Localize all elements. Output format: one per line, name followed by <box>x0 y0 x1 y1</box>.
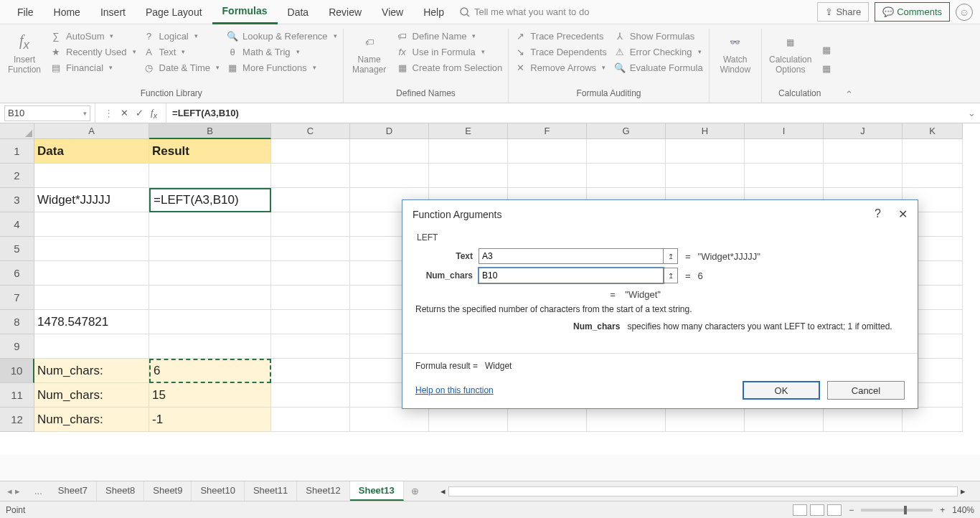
cell-J12[interactable] <box>824 408 903 432</box>
cell-A5[interactable] <box>34 237 149 261</box>
tab-view[interactable]: View <box>372 1 413 24</box>
cell-K1[interactable] <box>903 139 963 164</box>
cell-G1[interactable] <box>587 139 666 164</box>
arg-numchars-input[interactable] <box>479 268 664 283</box>
cell-F1[interactable] <box>508 139 587 164</box>
more-functions-button[interactable]: ▦More Functions▾ <box>227 62 337 73</box>
cell-C8[interactable] <box>271 310 350 334</box>
watch-window-button[interactable]: 👓 Watch Window <box>715 29 755 88</box>
trace-precedents-button[interactable]: ↗Trace Precedents <box>514 30 606 42</box>
cell-E2[interactable] <box>429 164 508 188</box>
dialog-close-button[interactable]: ✕ <box>898 207 908 221</box>
view-page-layout-button[interactable] <box>810 504 824 516</box>
math-button[interactable]: θMath & Trig▾ <box>227 46 337 57</box>
dialog-help-button[interactable]: ? <box>875 207 881 221</box>
formula-input[interactable]: =LEFT(A3,B10) <box>166 108 963 118</box>
define-name-button[interactable]: 🏷Define Name▾ <box>397 30 503 42</box>
cell-G2[interactable] <box>587 164 666 188</box>
cell-F2[interactable] <box>508 164 587 188</box>
cell-B6[interactable] <box>149 261 271 286</box>
cell-A8[interactable]: 1478.547821 <box>34 310 149 334</box>
row-header-8[interactable]: 8 <box>0 310 34 334</box>
row-header-5[interactable]: 5 <box>0 237 34 261</box>
feedback-button[interactable]: ☺ <box>956 4 973 21</box>
evaluate-formula-button[interactable]: 🔍Evaluate Formula <box>614 62 703 73</box>
cell-C12[interactable] <box>271 408 350 432</box>
comments-button[interactable]: 💬Comments <box>875 2 950 22</box>
cell-B10[interactable]: 6 <box>149 359 271 383</box>
sheet-tab-sheet7[interactable]: Sheet7 <box>50 481 97 501</box>
cell-H12[interactable] <box>666 408 745 432</box>
cell-I2[interactable] <box>745 164 824 188</box>
hscroll-left[interactable]: ◂ <box>440 486 446 496</box>
sheet-tab-sheet12[interactable]: Sheet12 <box>297 481 349 501</box>
cell-A11[interactable]: Num_chars: <box>34 383 149 408</box>
row-header-10[interactable]: 10 <box>0 359 34 383</box>
show-formulas-button[interactable]: ⅄Show Formulas <box>614 30 703 42</box>
cell-C10[interactable] <box>271 359 350 383</box>
tab-file[interactable]: File <box>7 1 44 24</box>
row-header-9[interactable]: 9 <box>0 334 34 359</box>
row-header-4[interactable]: 4 <box>0 212 34 237</box>
trace-dependents-button[interactable]: ↘Trace Dependents <box>514 46 606 57</box>
column-header-A[interactable]: A <box>34 123 149 139</box>
cell-A7[interactable] <box>34 286 149 310</box>
tab-help[interactable]: Help <box>413 1 454 24</box>
error-checking-button[interactable]: ⚠Error Checking▾ <box>614 46 703 57</box>
collapse-dialog-button[interactable]: ↥ <box>664 248 678 264</box>
calculation-options-button[interactable]: ▦ Calculation Options <box>768 29 814 88</box>
column-header-G[interactable]: G <box>587 123 666 139</box>
calculate-now-button[interactable]: ▦ <box>821 44 832 56</box>
row-header-2[interactable]: 2 <box>0 164 34 188</box>
column-header-K[interactable]: K <box>903 123 963 139</box>
calculate-sheet-button[interactable]: ▦ <box>821 63 832 75</box>
cell-A3[interactable]: Widget*JJJJJ <box>34 188 149 212</box>
zoom-out-button[interactable]: − <box>849 505 854 515</box>
zoom-slider[interactable] <box>861 509 933 512</box>
cell-E12[interactable] <box>429 408 508 432</box>
use-in-formula-button[interactable]: fxUse in Formula▾ <box>397 46 503 57</box>
hscroll-right[interactable]: ▸ <box>961 486 966 496</box>
cell-B4[interactable] <box>149 212 271 237</box>
cell-H2[interactable] <box>666 164 745 188</box>
chevron-down-icon[interactable]: ▾ <box>83 110 87 117</box>
column-header-F[interactable]: F <box>508 123 587 139</box>
cell-H1[interactable] <box>666 139 745 164</box>
cell-B12[interactable]: -1 <box>149 408 271 432</box>
share-button[interactable]: ⇪Share <box>817 2 869 22</box>
cancel-formula-button[interactable]: ✕ <box>121 108 128 118</box>
name-manager-button[interactable]: 🏷 Name Manager <box>349 29 390 88</box>
sheet-tab-sheet11[interactable]: Sheet11 <box>245 481 297 501</box>
sheet-tab-sheet8[interactable]: Sheet8 <box>97 481 144 501</box>
recently-used-button[interactable]: ★Recently Used▾ <box>50 46 136 57</box>
cell-C4[interactable] <box>271 212 350 237</box>
column-header-D[interactable]: D <box>350 123 429 139</box>
cell-I1[interactable] <box>745 139 824 164</box>
cell-C5[interactable] <box>271 237 350 261</box>
row-header-12[interactable]: 12 <box>0 408 34 432</box>
ok-button[interactable]: OK <box>743 381 820 400</box>
zoom-level[interactable]: 140% <box>952 505 974 515</box>
insert-function-button[interactable]: fx Insert Function <box>6 29 43 88</box>
cell-C11[interactable] <box>271 383 350 408</box>
cell-K12[interactable] <box>903 408 963 432</box>
cell-B1[interactable]: Result <box>149 139 271 164</box>
text-button[interactable]: AText▾ <box>143 46 220 57</box>
cell-A9[interactable] <box>34 334 149 359</box>
create-from-selection-button[interactable]: ▦Create from Selection <box>397 62 503 73</box>
cell-A4[interactable] <box>34 212 149 237</box>
cell-D2[interactable] <box>350 164 429 188</box>
collapse-dialog-button[interactable]: ↥ <box>664 268 678 283</box>
cell-K2[interactable] <box>903 164 963 188</box>
help-link[interactable]: Help on this function <box>415 385 494 395</box>
tab-data[interactable]: Data <box>278 1 319 24</box>
cell-J1[interactable] <box>824 139 903 164</box>
column-header-J[interactable]: J <box>824 123 903 139</box>
remove-arrows-button[interactable]: ✕Remove Arrows▾ <box>514 62 606 73</box>
arg-text-input[interactable] <box>479 248 664 264</box>
cell-A10[interactable]: Num_chars: <box>34 359 149 383</box>
cell-B9[interactable] <box>149 334 271 359</box>
column-header-C[interactable]: C <box>271 123 350 139</box>
tab-formulas[interactable]: Formulas <box>212 0 278 24</box>
sheet-nav-prev[interactable]: ◂ <box>7 486 12 496</box>
